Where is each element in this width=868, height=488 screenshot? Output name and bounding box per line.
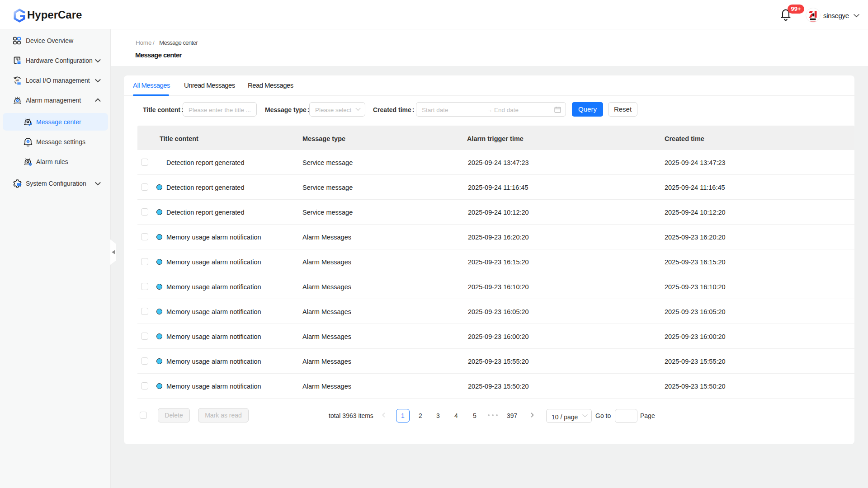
svg-text:I/O: I/O xyxy=(15,79,19,82)
